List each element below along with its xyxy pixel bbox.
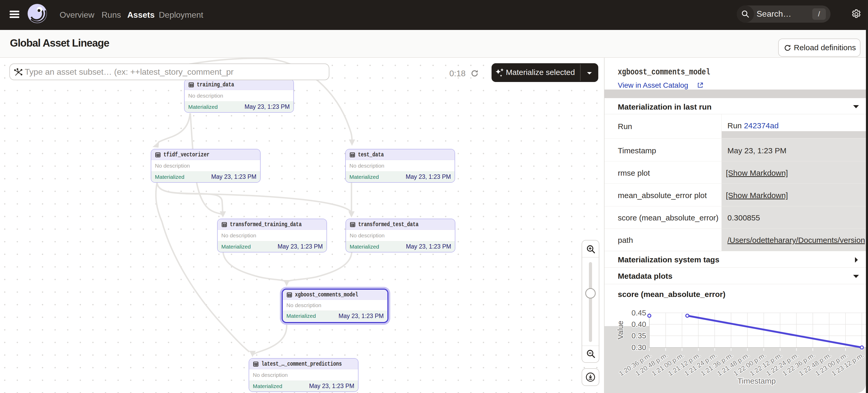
svg-text:0.45: 0.45 <box>631 309 646 317</box>
svg-text:0.35: 0.35 <box>631 332 646 340</box>
svg-text:0.30: 0.30 <box>631 343 646 352</box>
svg-text:0.40: 0.40 <box>631 320 646 328</box>
svg-text:Value: Value <box>616 321 625 339</box>
svg-text:Timestamp: Timestamp <box>737 376 776 385</box>
